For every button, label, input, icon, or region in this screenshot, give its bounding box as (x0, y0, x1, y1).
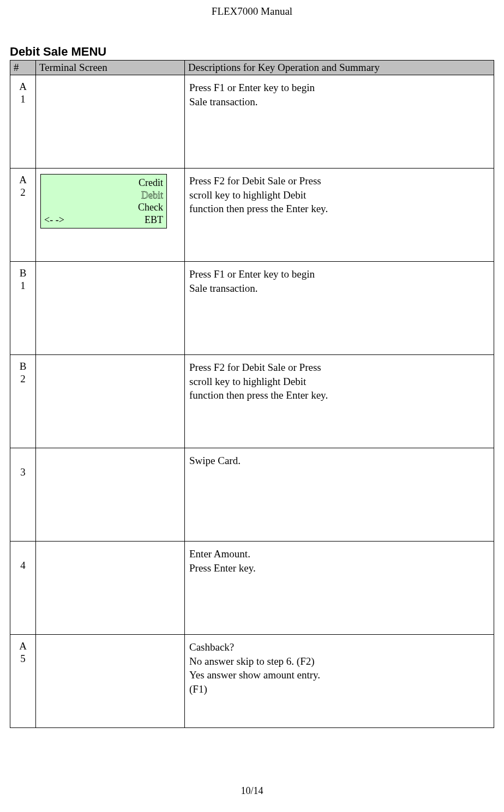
terminal-line-debit: Debit (44, 189, 163, 202)
desc-line: Press F2 for Debit Sale or Press (189, 175, 321, 187)
description-cell: Press F1 or Enter key to begin Sale tran… (185, 262, 494, 355)
terminal-line-check: Check (44, 201, 163, 214)
step-letter: B (20, 267, 27, 279)
terminal-nav-arrows: <- -> (44, 214, 64, 226)
terminal-line-ebt: EBT (64, 214, 163, 226)
desc-line: Press F1 or Enter key to begin (189, 268, 315, 280)
description-cell: Press F2 for Debit Sale or Press scroll … (185, 355, 494, 448)
terminal-screen-cell (36, 355, 185, 448)
desc-line: Enter Amount. (189, 548, 250, 560)
terminal-screen-cell (36, 262, 185, 355)
doc-header: FLEX7000 Manual (10, 5, 494, 17)
step-letter: A (19, 81, 27, 92)
desc-line: scroll key to highlight Debit (189, 376, 306, 387)
step-letter: B (20, 360, 27, 372)
step-cell: B 2 (10, 355, 36, 448)
desc-line: Yes answer show amount entry. (189, 669, 320, 681)
desc-line: function then press the Enter key. (189, 389, 328, 401)
desc-line: (F1) (189, 683, 207, 695)
step-letter: A (19, 174, 27, 185)
description-cell: Swipe Card. (185, 448, 494, 542)
steps-table: # Terminal Screen Descriptions for Key O… (10, 60, 494, 728)
desc-line: Swipe Card. (189, 455, 241, 466)
terminal-screen-cell (36, 542, 185, 635)
desc-line: Sale transaction. (189, 282, 258, 294)
page-number: 10/14 (0, 785, 504, 797)
description-cell: Cashback? No answer skip to step 6. (F2)… (185, 635, 494, 728)
table-row: 4 Enter Amount. Press Enter key. (10, 542, 494, 635)
table-row: B 1 Press F1 or Enter key to begin Sale … (10, 262, 494, 355)
col-header-screen: Terminal Screen (36, 61, 185, 75)
step-cell: A 1 (10, 75, 36, 169)
table-row: A 2 Credit Debit Check <- -> EBT (10, 169, 494, 262)
step-number: 3 (20, 466, 26, 478)
terminal-screen-cell (36, 635, 185, 728)
page: FLEX7000 Manual Debit Sale MENU # Termin… (0, 0, 504, 812)
step-letter: A (19, 640, 27, 652)
desc-line: Press Enter key. (189, 562, 256, 574)
step-cell: 4 (10, 542, 36, 635)
step-number: 4 (20, 560, 26, 571)
desc-line: No answer skip to step 6. (F2) (189, 655, 315, 667)
terminal-line-credit: Credit (44, 177, 163, 189)
step-cell: 3 (10, 448, 36, 542)
desc-line: Press F1 or Enter key to begin (189, 82, 315, 93)
desc-line: scroll key to highlight Debit (189, 189, 306, 201)
step-number: 2 (20, 373, 26, 384)
terminal-screen-cell: Credit Debit Check <- -> EBT (36, 169, 185, 262)
step-number: 1 (20, 280, 26, 291)
step-number: 1 (20, 93, 26, 105)
desc-line: function then press the Enter key. (189, 203, 328, 214)
terminal-screen-cell (36, 448, 185, 542)
step-cell: A 5 (10, 635, 36, 728)
step-number: 2 (20, 187, 26, 198)
step-cell: B 1 (10, 262, 36, 355)
col-header-num: # (10, 61, 36, 75)
desc-line: Cashback? (189, 641, 234, 653)
table-row: A 5 Cashback? No answer skip to step 6. … (10, 635, 494, 728)
terminal-screen-cell (36, 75, 185, 169)
table-row: 3 Swipe Card. (10, 448, 494, 542)
table-row: B 2 Press F2 for Debit Sale or Press scr… (10, 355, 494, 448)
terminal-display: Credit Debit Check <- -> EBT (40, 174, 167, 228)
step-cell: A 2 (10, 169, 36, 262)
description-cell: Enter Amount. Press Enter key. (185, 542, 494, 635)
col-header-desc: Descriptions for Key Operation and Summa… (185, 61, 494, 75)
desc-line: Press F2 for Debit Sale or Press (189, 362, 321, 373)
table-row: A 1 Press F1 or Enter key to begin Sale … (10, 75, 494, 169)
description-cell: Press F1 or Enter key to begin Sale tran… (185, 75, 494, 169)
step-number: 5 (20, 653, 26, 664)
description-cell: Press F2 for Debit Sale or Press scroll … (185, 169, 494, 262)
desc-line: Sale transaction. (189, 96, 258, 107)
section-title: Debit Sale MENU (10, 45, 494, 59)
